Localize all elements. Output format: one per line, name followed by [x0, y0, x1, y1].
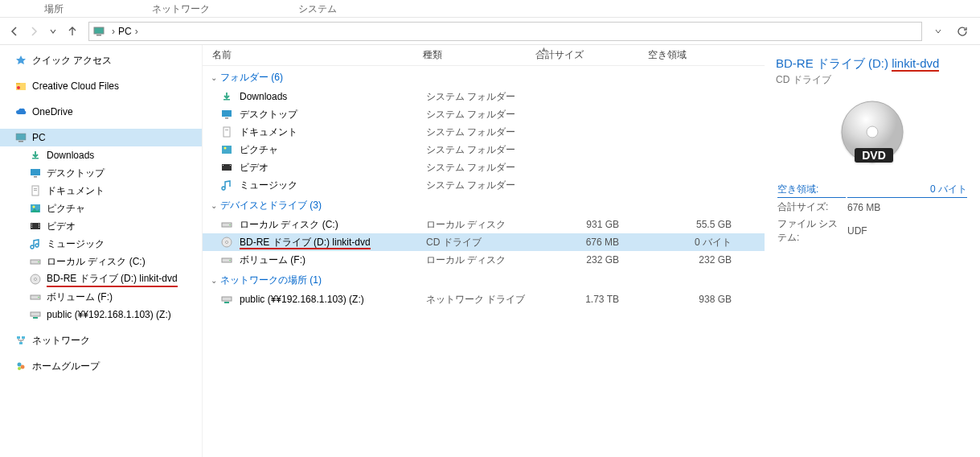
- column-headers[interactable]: 名前 種類 合計サイズ 空き領域 ▲: [203, 45, 765, 66]
- svg-point-27: [38, 297, 39, 298]
- chevron-right-icon[interactable]: ›: [112, 26, 115, 37]
- chevron-down-icon: ⌄: [211, 201, 217, 210]
- svg-point-4: [17, 86, 20, 89]
- svg-rect-39: [223, 127, 230, 137]
- sidebar-videos[interactable]: ビデオ: [0, 217, 202, 235]
- video-icon: [29, 220, 42, 233]
- details-pane: BD-RE ドライブ (D:) linkit-dvd CD ドライブ DVD 空…: [765, 45, 980, 457]
- svg-rect-17: [31, 225, 32, 226]
- folder-icon: [220, 161, 233, 174]
- item-type: システム フォルダー: [426, 108, 539, 121]
- chevron-down-icon: ⌄: [211, 73, 217, 82]
- item-name: BD-RE ドライブ (D:) linkit-dvd: [240, 236, 426, 249]
- svg-point-14: [33, 206, 35, 208]
- item-name: public (¥¥192.168.1.103) (Z:): [240, 294, 426, 305]
- details-title: BD-RE ドライブ (D:) linkit-dvd: [776, 56, 969, 72]
- cloud-icon: [14, 105, 27, 118]
- sidebar-homegroup[interactable]: ホームグループ: [0, 357, 202, 375]
- ribbon-tab-network[interactable]: ネットワーク: [108, 0, 254, 17]
- svg-rect-37: [222, 110, 232, 117]
- svg-rect-36: [223, 99, 230, 101]
- item-name: ドキュメント: [240, 126, 426, 139]
- details-subtitle: CD ドライブ: [776, 73, 969, 87]
- item-name: ボリューム (F:): [240, 253, 426, 267]
- svg-rect-3: [16, 83, 20, 84]
- sidebar-desktop[interactable]: デスクトップ: [0, 164, 202, 182]
- group-folders[interactable]: ⌄フォルダー (6): [203, 66, 765, 88]
- item-name: ローカル ディスク (C:): [240, 218, 426, 232]
- sidebar-public-z[interactable]: public (¥¥192.168.1.103) (Z:): [0, 306, 202, 323]
- sidebar-pictures[interactable]: ピクチャ: [0, 200, 202, 217]
- download-icon: [29, 149, 42, 162]
- sidebar-vol-f[interactable]: ボリューム (F:): [0, 288, 202, 306]
- group-label: フォルダー (6): [220, 71, 283, 84]
- up-button[interactable]: [63, 22, 82, 41]
- star-icon: [14, 54, 27, 67]
- sidebar-local-c[interactable]: ローカル ディスク (C:): [0, 253, 202, 270]
- refresh-button[interactable]: [953, 22, 972, 41]
- item-size: 232 GB: [539, 254, 651, 266]
- col-type[interactable]: 種類: [413, 48, 526, 62]
- recent-dropdown[interactable]: [43, 22, 63, 41]
- col-free[interactable]: 空き領域: [638, 48, 751, 62]
- chevron-right-icon[interactable]: ›: [135, 26, 138, 37]
- svg-rect-18: [31, 227, 32, 228]
- list-item[interactable]: BD-RE ドライブ (D:) linkit-dvdCD ドライブ676 MB0…: [203, 233, 765, 251]
- sidebar-item-label: ネットワーク: [32, 334, 90, 348]
- sidebar: クイック アクセス Creative Cloud Files OneDrive …: [0, 45, 203, 457]
- svg-rect-41: [222, 146, 232, 154]
- disc-thumbnail: DVD: [839, 100, 906, 167]
- dropdown-icon[interactable]: [929, 22, 948, 41]
- item-free: 232 GB: [651, 254, 764, 266]
- item-type: ローカル ディスク: [426, 253, 539, 267]
- list-item[interactable]: デスクトップシステム フォルダー: [203, 105, 765, 123]
- sidebar-network[interactable]: ネットワーク: [0, 331, 202, 349]
- item-type: システム フォルダー: [426, 161, 539, 175]
- svg-rect-8: [31, 169, 40, 175]
- netdrive-icon: [220, 293, 233, 306]
- ribbon-tabs: 場所 ネットワーク システム: [0, 0, 980, 18]
- navbar: › PC ›: [0, 18, 980, 45]
- list-item[interactable]: ビデオシステム フォルダー: [203, 159, 765, 176]
- forward-button[interactable]: [24, 22, 43, 41]
- sidebar-quick-access[interactable]: クイック アクセス: [0, 51, 202, 69]
- item-free: 0 バイト: [651, 236, 764, 249]
- document-icon: [29, 184, 42, 197]
- details-total-label: 合計サイズ:: [777, 200, 846, 215]
- folder-icon: [220, 90, 233, 103]
- list-item[interactable]: ミュージックシステム フォルダー: [203, 176, 765, 194]
- col-name[interactable]: 名前: [203, 48, 413, 62]
- folder-icon: [220, 108, 233, 121]
- group-label: デバイスとドライブ (3): [220, 199, 322, 212]
- breadcrumb[interactable]: › PC ›: [88, 22, 922, 41]
- group-netloc[interactable]: ⌄ネットワークの場所 (1): [203, 269, 765, 290]
- drive-icon: [220, 253, 233, 266]
- ribbon-tab-system[interactable]: システム: [254, 0, 381, 17]
- netdrive-icon: [29, 308, 42, 321]
- svg-point-33: [18, 363, 22, 367]
- svg-rect-12: [34, 190, 37, 191]
- list-item[interactable]: ローカル ディスク (C:)ローカル ディスク931 GB55.5 GB: [203, 216, 765, 233]
- list-item[interactable]: public (¥¥192.168.1.103) (Z:)ネットワーク ドライブ…: [203, 290, 765, 308]
- list-item[interactable]: ピクチャシステム フォルダー: [203, 141, 765, 159]
- ribbon-tab-location[interactable]: 場所: [0, 0, 108, 17]
- sidebar-music[interactable]: ミュージック: [0, 235, 202, 253]
- list-item[interactable]: Downloadsシステム フォルダー: [203, 88, 765, 105]
- sidebar-bdre[interactable]: BD-RE ドライブ (D:) linkit-dvd: [0, 270, 202, 288]
- item-name: ピクチャ: [240, 143, 426, 157]
- list-item[interactable]: ボリューム (F:)ローカル ディスク232 GB232 GB: [203, 251, 765, 269]
- svg-rect-32: [19, 342, 23, 344]
- list-item[interactable]: ドキュメントシステム フォルダー: [203, 123, 765, 141]
- folder-icon: [220, 179, 233, 191]
- group-devices[interactable]: ⌄デバイスとドライブ (3): [203, 194, 765, 216]
- back-button[interactable]: [5, 22, 24, 41]
- sidebar-onedrive[interactable]: OneDrive: [0, 103, 202, 121]
- item-name: ビデオ: [240, 161, 426, 175]
- sidebar-documents[interactable]: ドキュメント: [0, 182, 202, 200]
- sidebar-item-label: Creative Cloud Files: [32, 80, 119, 92]
- network-icon: [14, 334, 27, 347]
- sidebar-ccfiles[interactable]: Creative Cloud Files: [0, 77, 202, 95]
- sidebar-pc[interactable]: PC: [0, 129, 202, 146]
- breadcrumb-pc[interactable]: PC: [118, 26, 132, 37]
- sidebar-downloads[interactable]: Downloads: [0, 146, 202, 164]
